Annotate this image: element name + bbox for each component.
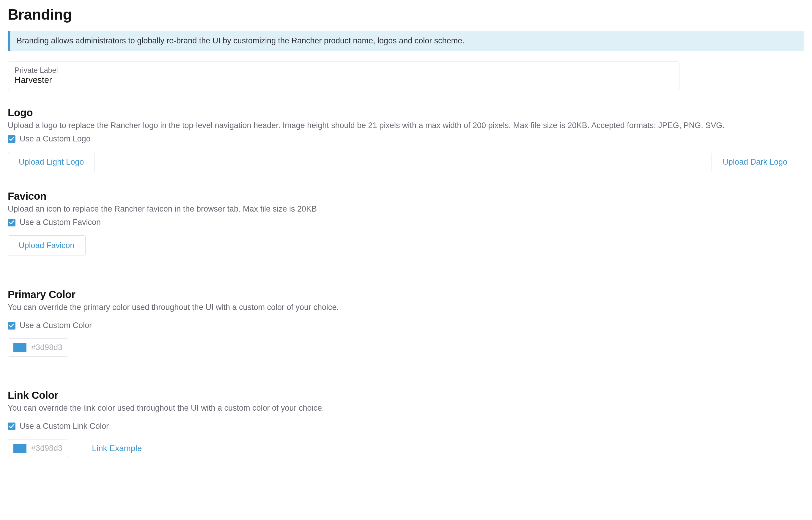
color-swatch-icon	[14, 343, 26, 352]
logo-checkbox-label: Use a Custom Logo	[20, 134, 91, 144]
private-label-label: Private Label	[15, 66, 673, 75]
primary-color-hex: #3d98d3	[31, 343, 62, 352]
checkbox-checked-icon	[8, 135, 16, 143]
link-color-hex: #3d98d3	[31, 444, 62, 453]
page-title: Branding	[8, 6, 804, 23]
checkbox-checked-icon	[8, 219, 16, 227]
link-color-checkbox-label: Use a Custom Link Color	[20, 422, 109, 431]
link-color-section-title: Link Color	[8, 389, 804, 401]
upload-favicon-button[interactable]: Upload Favicon	[8, 235, 85, 256]
color-swatch-icon	[14, 444, 26, 453]
info-banner: Branding allows administrators to global…	[8, 31, 804, 51]
link-example[interactable]: Link Example	[92, 444, 142, 453]
logo-section-desc: Upload a logo to replace the Rancher log…	[8, 121, 804, 130]
link-color-section-desc: You can override the link color used thr…	[8, 404, 804, 413]
primary-color-section-desc: You can override the primary color used …	[8, 303, 804, 312]
checkbox-checked-icon	[8, 422, 16, 430]
primary-color-picker[interactable]: #3d98d3	[8, 338, 68, 357]
favicon-section-title: Favicon	[8, 190, 804, 202]
logo-section-title: Logo	[8, 107, 804, 119]
primary-color-checkbox-label: Use a Custom Color	[20, 321, 92, 330]
logo-checkbox-row[interactable]: Use a Custom Logo	[8, 134, 804, 144]
primary-color-section-title: Primary Color	[8, 288, 804, 301]
link-color-checkbox-row[interactable]: Use a Custom Link Color	[8, 422, 804, 431]
favicon-checkbox-label: Use a Custom Favicon	[20, 218, 101, 227]
primary-color-checkbox-row[interactable]: Use a Custom Color	[8, 321, 804, 330]
link-color-picker[interactable]: #3d98d3	[8, 439, 68, 457]
favicon-section-desc: Upload an icon to replace the Rancher fa…	[8, 204, 804, 214]
checkbox-checked-icon	[8, 322, 16, 330]
upload-dark-logo-button[interactable]: Upload Dark Logo	[712, 152, 798, 172]
private-label-field[interactable]: Private Label Harvester	[8, 61, 680, 90]
upload-light-logo-button[interactable]: Upload Light Logo	[8, 152, 95, 172]
favicon-checkbox-row[interactable]: Use a Custom Favicon	[8, 218, 804, 227]
private-label-value: Harvester	[15, 75, 673, 85]
